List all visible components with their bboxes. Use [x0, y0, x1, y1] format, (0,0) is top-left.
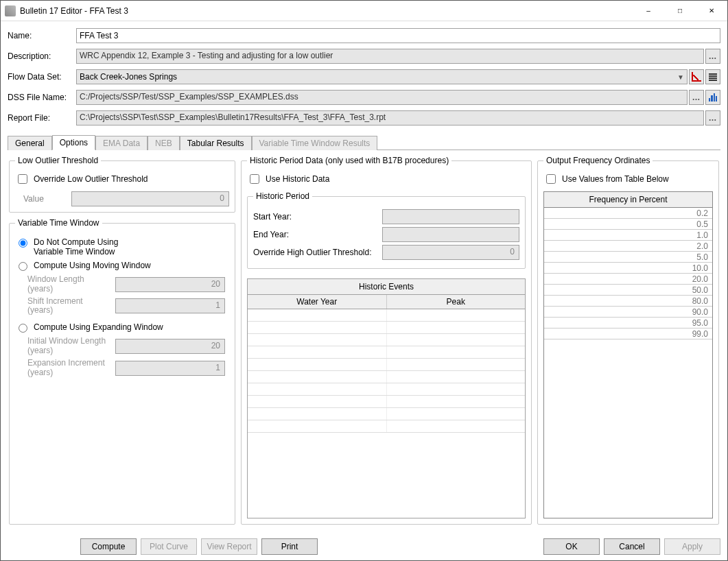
override-low-outlier-label: Override Low Outlier Threshold	[34, 174, 148, 184]
end-year-label: End Year:	[253, 230, 382, 239]
low-outlier-group: Low Outlier Threshold Override Low Outli…	[9, 156, 235, 213]
dssfile-label: DSS File Name:	[8, 93, 76, 102]
histogram-icon	[707, 92, 718, 103]
low-outlier-value-label: Value	[23, 194, 64, 204]
low-outlier-value-input: 0	[71, 191, 229, 206]
vtw-expanding-radio[interactable]	[19, 324, 27, 333]
editor-window: Bulletin 17 Editor - FFA Test 3 – □ ✕ Na…	[0, 0, 728, 561]
use-historic-checkbox[interactable]	[250, 174, 259, 184]
use-freq-values-label: Use Values from Table Below	[562, 174, 669, 184]
initial-window-length-input: 20	[115, 339, 225, 354]
vtw-none-label: Do Not Compute Using Variable Time Windo…	[34, 237, 229, 256]
col-water-year: Water Year	[248, 295, 387, 309]
chevron-down-icon: ▼	[677, 73, 684, 81]
table-row	[248, 371, 525, 383]
historic-events-title: Historic Events	[248, 279, 525, 295]
start-year-label: Start Year:	[253, 212, 382, 222]
name-input[interactable]	[76, 28, 720, 43]
frequency-row: 10.0	[544, 263, 712, 274]
reportfile-browse-button[interactable]: …	[705, 110, 720, 126]
table-row	[248, 408, 525, 420]
frequency-row: 99.0	[544, 329, 712, 339]
end-year-input	[382, 227, 519, 242]
tab-options[interactable]: Options	[52, 135, 95, 150]
frequency-row: 2.0	[544, 241, 712, 252]
window-title: Bulletin 17 Editor - FFA Test 3	[20, 6, 633, 16]
frequency-row: 95.0	[544, 318, 712, 329]
use-historic-label: Use Historic Data	[266, 174, 329, 184]
shift-increment-label: Shift Increment (years)	[27, 297, 110, 316]
col-peak: Peak	[387, 295, 526, 309]
minimize-button[interactable]: –	[633, 1, 664, 21]
plot-curve-button: Plot Curve	[141, 538, 197, 555]
flowdataset-select[interactable]: Back Creek-Jones Springs ▼	[76, 69, 688, 84]
cancel-button[interactable]: Cancel	[604, 538, 660, 555]
tab-general[interactable]: General	[8, 136, 52, 150]
print-button[interactable]: Print	[261, 538, 318, 555]
window-length-input: 20	[115, 277, 225, 292]
tab-strip: General Options EMA Data NEB Tabular Res…	[8, 134, 720, 150]
frequency-legend: Output Frequency Ordinates	[543, 156, 653, 165]
vtw-legend: Variable Time Window	[15, 218, 102, 228]
expansion-increment-input: 1	[115, 361, 225, 376]
expansion-increment-label: Expansion Increment (years)	[27, 359, 110, 378]
view-report-button: View Report	[201, 538, 257, 555]
override-high-outlier-label: Override High Outlier Threshold:	[253, 248, 382, 257]
name-label: Name:	[8, 31, 76, 40]
override-low-outlier-checkbox[interactable]	[18, 174, 27, 184]
table-row	[248, 309, 525, 322]
dssfile-input[interactable]: C:/Projects/SSP/Test/SSP_Examples/SSP_EX…	[76, 90, 688, 105]
frequency-row: 20.0	[544, 274, 712, 285]
frequency-group: Output Frequency Ordinates Use Values fr…	[537, 156, 719, 525]
table-row	[248, 420, 525, 433]
frequency-row: 50.0	[544, 285, 712, 296]
historic-period-group: Historic Period Start Year: End Year: Ov…	[247, 191, 526, 269]
histogram-icon-button[interactable]	[705, 90, 720, 105]
description-label: Description:	[8, 51, 76, 61]
table-row	[248, 383, 525, 396]
description-more-button[interactable]: …	[705, 49, 720, 64]
reportfile-input[interactable]: C:\Projects\SSP\Test\SSP_Examples\Bullet…	[76, 110, 704, 126]
table-row	[248, 322, 525, 334]
tab-neb: NEB	[148, 136, 180, 150]
tab-tabular-results[interactable]: Tabular Results	[180, 136, 252, 150]
historic-period-legend: Historic Period	[253, 191, 312, 201]
ok-button[interactable]: OK	[543, 538, 600, 555]
frequency-row: 0.2	[544, 208, 712, 219]
footer: Compute Plot Curve View Report Print OK …	[1, 536, 727, 560]
table-icon-button[interactable]	[705, 69, 720, 84]
frequency-row: 5.0	[544, 252, 712, 263]
vtw-group: Variable Time Window Do Not Compute Usin…	[9, 218, 235, 525]
window-length-label: Window Length (years)	[27, 275, 110, 294]
description-input[interactable]: WRC Appendix 12, Example 3 - Testing and…	[76, 49, 704, 64]
frequency-row: 90.0	[544, 307, 712, 318]
start-year-input	[382, 209, 519, 224]
vtw-expanding-label: Compute Using Expanding Window	[34, 322, 229, 332]
plot-icon	[691, 71, 702, 82]
tab-vtw-results: Variable Time Window Results	[252, 136, 378, 150]
apply-button: Apply	[664, 538, 720, 555]
titlebar: Bulletin 17 Editor - FFA Test 3 – □ ✕	[1, 1, 727, 21]
reportfile-label: Report File:	[8, 113, 76, 123]
historic-legend: Historic Period Data (only used with B17…	[247, 156, 451, 165]
use-freq-values-checkbox[interactable]	[546, 174, 556, 184]
tab-ema-data: EMA Data	[95, 136, 148, 150]
vtw-none-radio[interactable]	[19, 239, 27, 248]
initial-window-length-label: Initial Window Length (years)	[27, 337, 110, 356]
close-button[interactable]: ✕	[696, 1, 727, 21]
maximize-button[interactable]: □	[664, 1, 696, 21]
vtw-moving-label: Compute Using Moving Window	[34, 261, 229, 270]
frequency-row: 1.0	[544, 230, 712, 241]
flowdataset-value: Back Creek-Jones Springs	[80, 72, 177, 82]
flowdataset-label: Flow Data Set:	[8, 72, 76, 82]
historic-events-grid: Historic Events Water Year Peak	[247, 278, 526, 518]
compute-button[interactable]: Compute	[80, 538, 137, 555]
frequency-row: 80.0	[544, 296, 712, 307]
plot-icon-button[interactable]	[689, 69, 704, 84]
dssfile-browse-button[interactable]: …	[689, 90, 704, 105]
vtw-moving-radio[interactable]	[19, 262, 27, 271]
table-row	[248, 359, 525, 371]
table-icon	[707, 71, 718, 82]
frequency-row: 0.5	[544, 219, 712, 230]
table-row	[248, 334, 525, 346]
